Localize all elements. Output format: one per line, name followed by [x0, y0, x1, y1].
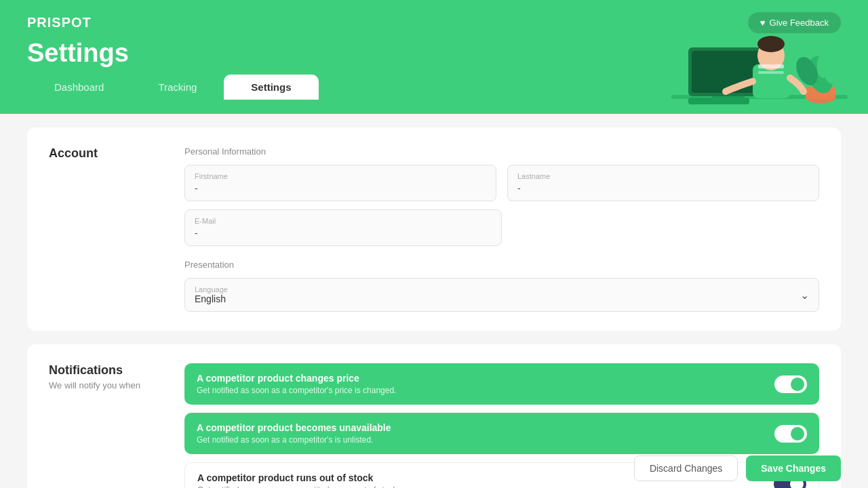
notif-item-price-change-text: A competitor product changes price Get n…	[197, 373, 396, 395]
notif-out-of-stock-title: A competitor product runs out of stock	[197, 472, 399, 483]
toggle-thumb	[791, 427, 804, 441]
nav-tabs: Dashboard Tracking Settings	[27, 75, 841, 100]
personal-info-title: Personal Information	[184, 146, 819, 157]
firstname-field[interactable]: Firstname -	[184, 165, 496, 201]
notifications-label: Notifications	[49, 363, 157, 378]
notif-price-change-desc: Get notified as soon as a competitor's p…	[197, 386, 396, 395]
language-value: English	[195, 293, 228, 304]
notif-price-change-title: A competitor product changes price	[197, 373, 396, 384]
email-label: E-Mail	[195, 217, 492, 225]
bottom-bar: Discard Changes Save Changes	[634, 449, 841, 488]
toggle-track[interactable]	[774, 425, 807, 443]
notif-item-price-change: A competitor product changes price Get n…	[184, 363, 819, 405]
discard-changes-button[interactable]: Discard Changes	[634, 455, 738, 481]
name-row: Firstname - Lastname -	[184, 165, 819, 201]
email-row: E-Mail -	[184, 209, 819, 246]
notif-unavailable-title: A competitor product becomes unavailable	[197, 422, 391, 433]
notif-price-change-toggle[interactable]	[774, 375, 807, 393]
email-value: -	[195, 228, 492, 239]
account-label: Account	[49, 146, 157, 161]
svg-rect-15	[758, 64, 784, 68]
lastname-value: -	[517, 183, 809, 194]
email-field[interactable]: E-Mail -	[184, 209, 502, 246]
tab-settings[interactable]: Settings	[224, 75, 318, 100]
notif-item-out-of-stock-text: A competitor product runs out of stock G…	[197, 472, 399, 488]
firstname-label: Firstname	[195, 172, 486, 180]
tab-tracking[interactable]: Tracking	[131, 75, 224, 100]
account-section: Account Personal Information Firstname -…	[27, 127, 841, 331]
notifications-desc: We will notify you when	[49, 380, 157, 390]
save-changes-button[interactable]: Save Changes	[746, 455, 841, 481]
notif-item-unavailable: A competitor product becomes unavailable…	[184, 413, 819, 454]
notif-item-unavailable-text: A competitor product becomes unavailable…	[197, 422, 391, 445]
main-content: Account Personal Information Firstname -…	[0, 114, 868, 488]
notif-unavailable-desc: Get notified as soon as a competitor's i…	[197, 435, 391, 445]
notif-out-of-stock-desc: Get notified as soon as a competitor's g…	[197, 485, 399, 488]
presentation-section: Presentation Language English ⌄	[184, 260, 819, 312]
svg-rect-16	[758, 71, 784, 74]
page-header: PRISPOT ♥ Give Feedback Settings Dashboa…	[0, 0, 868, 114]
lastname-label: Lastname	[517, 172, 809, 180]
account-content: Personal Information Firstname - Lastnam…	[184, 146, 819, 312]
logo: PRISPOT	[27, 15, 92, 30]
notif-unavailable-toggle[interactable]	[774, 425, 807, 443]
svg-point-14	[757, 36, 785, 52]
lastname-field[interactable]: Lastname -	[507, 165, 819, 201]
toggle-track[interactable]	[774, 375, 807, 393]
toggle-thumb	[791, 378, 804, 391]
presentation-title: Presentation	[184, 260, 819, 270]
language-select[interactable]: Language English ⌄	[184, 278, 819, 312]
language-label: Language	[195, 285, 228, 293]
chevron-down-icon: ⌄	[800, 289, 809, 302]
tab-dashboard[interactable]: Dashboard	[27, 75, 131, 100]
firstname-value: -	[195, 183, 486, 194]
